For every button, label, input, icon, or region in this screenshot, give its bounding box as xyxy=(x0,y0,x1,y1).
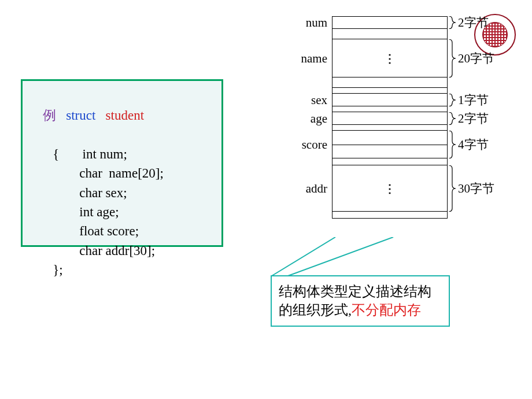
code-line-3: char sex; xyxy=(29,183,215,202)
callout-line-2: 的组织形式,不分配内存 xyxy=(279,301,442,319)
callout-line-1: 结构体类型定义描述结构 xyxy=(279,282,442,301)
example-label: 例 xyxy=(43,108,56,123)
memory-field-score: score4字节 xyxy=(332,125,448,158)
memory-size-label: 20字节 xyxy=(458,50,494,66)
memory-size-label: 1字节 xyxy=(458,92,489,108)
memory-size-label: 2字节 xyxy=(458,14,489,31)
memory-label: name xyxy=(301,51,327,66)
code-line-header: 例 struct student xyxy=(29,87,215,145)
keyword-struct: struct xyxy=(66,108,95,123)
memory-size-label: 4字节 xyxy=(458,136,489,153)
memory-field-num: num2字节 xyxy=(332,16,448,29)
code-line-close: }; xyxy=(29,260,215,279)
memory-label: sex xyxy=(311,93,327,108)
svg-line-1 xyxy=(288,237,393,276)
callout-note-box: 结构体类型定义描述结构 的组织形式,不分配内存 xyxy=(271,275,450,327)
code-line-open: { int num; xyxy=(29,145,215,164)
memory-label: addr xyxy=(306,182,327,196)
memory-field-sex: sex1字节 xyxy=(332,88,448,106)
code-line-2: char name[20]; xyxy=(29,164,215,183)
code-example-box: 例 struct student { int num; char name[20… xyxy=(21,79,223,247)
memory-field-name: ⋮name20字节 xyxy=(332,29,448,88)
memory-field-addr: ⋮addr30字节 xyxy=(332,158,448,219)
memory-layout-diagram: num2字节⋮name20字节sex1字节age2字节score4字节⋮addr… xyxy=(332,16,448,219)
memory-size-label: 2字节 xyxy=(458,110,489,127)
memory-label: score xyxy=(302,138,327,152)
memory-field-age: age2字节 xyxy=(332,106,448,125)
memory-size-label: 30字节 xyxy=(458,180,494,197)
callout-emphasis: 不分配内存 xyxy=(352,302,421,317)
struct-name: student xyxy=(106,108,144,123)
memory-label: num xyxy=(306,16,327,30)
svg-line-0 xyxy=(272,237,335,276)
code-line-6: char addr[30]; xyxy=(29,241,215,260)
memory-label: age xyxy=(311,112,327,126)
code-line-5: float score; xyxy=(29,221,215,241)
code-line-4: int age; xyxy=(29,202,215,221)
